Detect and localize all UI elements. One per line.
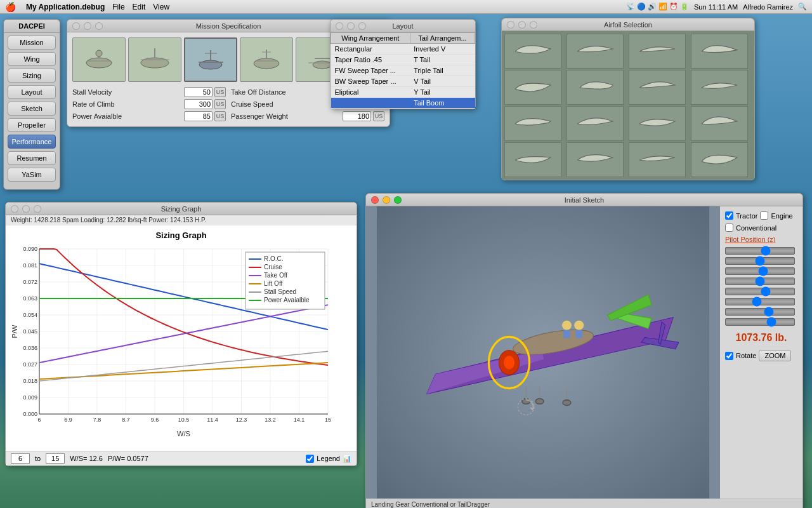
sketch-slider-4[interactable] [725, 288, 795, 295]
airfoil-cell-1[interactable] [566, 34, 624, 69]
layout-row[interactable]: BW Sweep Taper ... V Tail [331, 76, 475, 87]
airfoil-cell-11[interactable] [691, 106, 748, 141]
layout-cell-col2[interactable]: Triple Tail [410, 65, 475, 76]
layout-max[interactable] [358, 22, 366, 30]
sidebar-btn-yasim[interactable]: YaSim [8, 168, 56, 182]
svg-point-0 [86, 58, 112, 68]
pilot-position-label[interactable]: Pilot Position (z) [725, 236, 797, 243]
airfoil-max[interactable] [530, 21, 537, 29]
airfoil-cell-3[interactable] [691, 34, 748, 69]
layout-row[interactable]: FW Sweep Taper ... Triple Tail [331, 65, 475, 76]
sketch-slider-1[interactable] [725, 257, 795, 265]
ws-to-input[interactable] [46, 453, 65, 464]
layout-cell-col1[interactable]: FW Sweep Taper ... [331, 65, 410, 76]
sidebar-btn-propeller[interactable]: Propeller [8, 118, 56, 132]
airfoil-cell-14[interactable] [629, 142, 686, 177]
layout-col1-header: Wing Arrangement [331, 33, 410, 44]
sidebar-btn-performance[interactable]: Performance [8, 135, 56, 149]
airfoil-cell-0[interactable] [504, 34, 561, 69]
sidebar-btn-wing[interactable]: Wing [8, 52, 56, 66]
rotate-checkbox[interactable] [725, 352, 733, 360]
sketch-slider-6[interactable] [725, 308, 795, 316]
airfoil-cell-15[interactable] [691, 142, 748, 177]
tractor-label: Tractor [736, 212, 757, 220]
param-unit: US [214, 99, 226, 109]
mission-min[interactable] [84, 22, 91, 30]
layout-row[interactable]: Rectangular Inverted V [331, 44, 475, 55]
layout-row[interactable]: Taper Ratio .45 T Tail [331, 55, 475, 65]
layout-body: Rectangular Inverted V Taper Ratio .45 T… [331, 44, 475, 109]
mission-close[interactable] [72, 22, 80, 30]
airfoil-grid [502, 31, 754, 180]
airfoil-cell-2[interactable] [629, 34, 686, 69]
sizing-bottom: to W/S= 12.6 P/W= 0.0577 Legend 📊 [6, 451, 357, 465]
param-input[interactable] [184, 87, 213, 97]
layout-row[interactable]: Tail Boom [331, 98, 475, 109]
layout-cell-col2[interactable]: Tail Boom [410, 98, 475, 109]
layout-window: Layout Wing Arrangement Tail Arrangem...… [330, 19, 476, 109]
menu-view[interactable]: View [153, 3, 169, 11]
layout-cell-col1[interactable] [331, 98, 410, 109]
param-input[interactable] [184, 111, 213, 121]
sidebar-btn-layout[interactable]: Layout [8, 85, 56, 99]
sidebar-btn-sizing[interactable]: Sizing [8, 69, 56, 83]
layout-cell-col2[interactable]: V Tail [410, 76, 475, 87]
layout-cell-col1[interactable]: Eliptical [331, 87, 410, 98]
legend-toggle[interactable] [306, 455, 314, 463]
aircraft-thumb-2[interactable] [128, 37, 181, 82]
sketch-slider-7[interactable] [725, 318, 795, 326]
sidebar-btn-mission[interactable]: Mission [8, 36, 56, 50]
sizing-max[interactable] [34, 205, 41, 213]
airfoil-cell-9[interactable] [566, 106, 624, 141]
sketch-min[interactable] [383, 196, 390, 204]
layout-cell-col1[interactable]: Taper Ratio .45 [331, 55, 410, 65]
sidebar-btn-sketch[interactable]: Sketch [8, 102, 56, 116]
param-input[interactable] [343, 111, 371, 121]
sketch-slider-5[interactable] [725, 298, 795, 305]
param-input[interactable] [184, 99, 213, 109]
sizing-min[interactable] [22, 205, 30, 213]
svg-rect-30 [563, 330, 570, 338]
tractor-checkbox[interactable] [725, 211, 733, 220]
search-icon[interactable]: 🔍 [798, 3, 807, 11]
sketch-slider-3[interactable] [725, 277, 795, 285]
airfoil-cell-8[interactable] [504, 106, 561, 141]
sidebar-btn-resumen[interactable]: Resumen [8, 151, 56, 165]
airfoil-min[interactable] [518, 21, 526, 29]
airfoil-cell-7[interactable] [691, 70, 748, 105]
airfoil-cell-12[interactable] [504, 142, 561, 177]
layout-cell-col2[interactable]: T Tail [410, 55, 475, 65]
sketch-close[interactable] [371, 196, 379, 204]
aircraft-thumb-4[interactable] [240, 37, 293, 82]
sketch-max[interactable] [394, 196, 402, 204]
menu-file[interactable]: File [112, 3, 124, 11]
airfoil-cell-13[interactable] [566, 142, 624, 177]
layout-close[interactable] [336, 22, 343, 30]
menu-edit[interactable]: Edit [133, 3, 146, 11]
airfoil-cell-6[interactable] [629, 70, 686, 105]
layout-cell-col1[interactable]: Rectangular [331, 44, 410, 55]
airfoil-close[interactable] [507, 21, 514, 29]
sizing-title: Sizing Graph [161, 205, 202, 213]
sizing-chart-area: Sizing Graph [6, 225, 357, 451]
layout-min[interactable] [347, 22, 355, 30]
zoom-button[interactable]: ZOOM [759, 350, 791, 361]
sizing-close[interactable] [11, 205, 18, 213]
airfoil-cell-10[interactable] [629, 106, 686, 141]
mission-max[interactable] [95, 22, 103, 30]
conventional-checkbox[interactable] [725, 224, 733, 232]
engine-checkbox[interactable] [760, 211, 768, 220]
aircraft-thumb-3[interactable] [184, 37, 237, 82]
layout-cell-col1[interactable]: BW Sweep Taper ... [331, 76, 410, 87]
sketch-slider-2[interactable] [725, 267, 795, 275]
sketch-slider-0[interactable] [725, 247, 795, 255]
apple-menu[interactable]: 🍎 [5, 2, 16, 12]
airfoil-cell-5[interactable] [566, 70, 624, 105]
aircraft-thumb-1[interactable] [72, 37, 126, 82]
layout-cell-col2[interactable]: Y Tail [410, 87, 475, 98]
legend-label: Legend [317, 455, 340, 462]
ws-from-input[interactable] [11, 453, 30, 464]
layout-row[interactable]: Eliptical Y Tail [331, 87, 475, 98]
airfoil-cell-4[interactable] [504, 70, 561, 105]
layout-cell-col2[interactable]: Inverted V [410, 44, 475, 55]
